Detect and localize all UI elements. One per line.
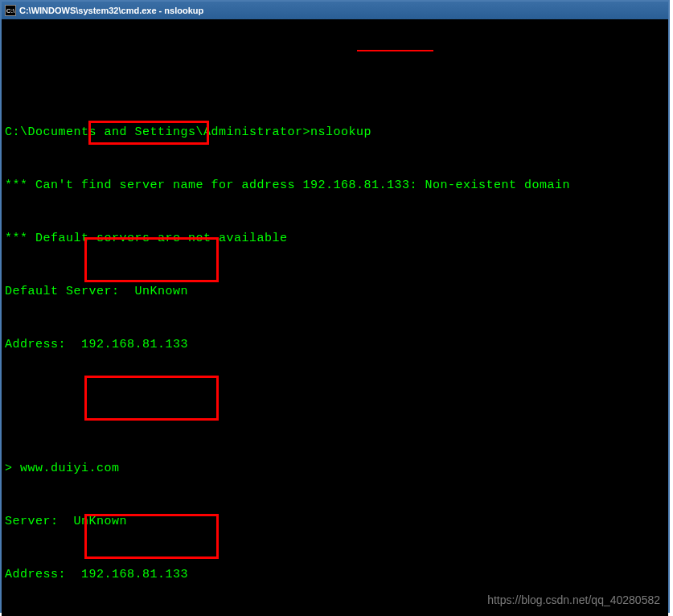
annotation-box-2 [84,376,219,421]
annotation-box-3 [84,514,219,559]
watermark-text: https://blog.csdn.net/qq_40280582 [487,593,660,606]
default-server-line: Default Server: UnKnown [5,283,665,301]
annotation-box-1 [84,237,219,282]
default-addr-label: Address: [5,338,81,351]
default-server-value: UnKnown [135,285,189,298]
server-label: Server: [5,515,74,528]
titlebar[interactable]: C:\ C:\WINDOWS\system32\cmd.exe - nslook… [2,2,668,19]
query-line-0: > www.duiyi.com [5,460,665,478]
annotation-underline [357,50,433,51]
ns-prompt: > [5,462,20,475]
default-server-label: Default Server: [5,285,135,298]
server-addr-label: Address: [5,568,81,581]
error-line-1: *** Can't find server name for address 1… [5,177,665,195]
command-typed: nslookup [310,125,371,139]
cmd-window: C:\ C:\WINDOWS\system32\cmd.exe - nslook… [0,0,670,613]
window-title: C:\WINDOWS\system32\cmd.exe - nslookup [19,6,203,15]
default-addr-value: 192.168.81.133 [81,338,188,351]
server-addr-value: 192.168.81.133 [81,568,188,581]
query-server-addr-0: Address: 192.168.81.133 [5,566,665,584]
cmd-icon: C:\ [5,5,16,16]
query-text: www.duiyi.com [20,462,120,475]
default-address-line: Address: 192.168.81.133 [5,336,665,354]
annotation-box-0 [88,121,209,145]
